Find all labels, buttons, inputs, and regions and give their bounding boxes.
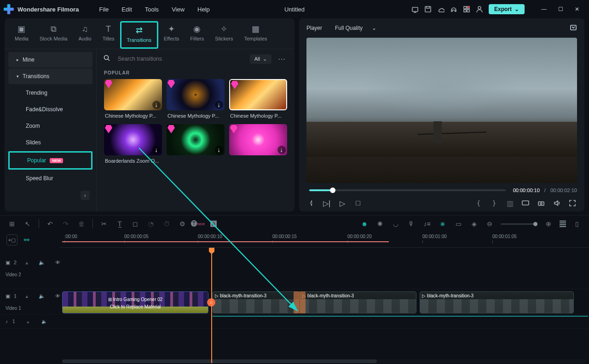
lock-icon[interactable]: ⟁ — [25, 293, 29, 299]
lock-icon[interactable]: ⟁ — [25, 260, 29, 266]
layout-icon[interactable]: ⊞ — [7, 219, 17, 228]
headphones-icon[interactable] — [450, 6, 457, 13]
timeline-ruler[interactable]: :00:00 00:00:00:05 00:00:00:10 00:00:00:… — [60, 232, 589, 248]
sidebar-item-slides[interactable]: Slides — [8, 135, 92, 150]
text-tool-icon[interactable]: T̲ — [115, 219, 124, 228]
more-button[interactable]: ⋯ — [276, 55, 288, 63]
tab-audio[interactable]: ♫Audio — [73, 21, 97, 49]
mute-icon[interactable]: 🔈 — [39, 293, 45, 299]
display-icon[interactable] — [521, 199, 530, 208]
apps-icon[interactable] — [463, 6, 470, 13]
sidebar-item-fade[interactable]: Fade&Dissolve — [8, 102, 92, 117]
mark-out-button[interactable]: } — [490, 199, 499, 208]
menu-edit[interactable]: Edit — [115, 6, 138, 13]
lock-icon[interactable]: ⟁ — [27, 319, 29, 324]
transition-card[interactable]: ⭳ — [229, 124, 287, 165]
speed-tool-icon[interactable]: ⏱ — [162, 219, 171, 228]
effects-tool-icon[interactable]: ✺ — [375, 219, 385, 228]
download-icon[interactable]: ⭳ — [215, 146, 223, 154]
sidebar-mine[interactable]: Mine — [8, 52, 92, 68]
camera-icon[interactable] — [537, 199, 546, 208]
stop-button[interactable]: □ — [353, 199, 363, 208]
play-button[interactable]: ▷ — [338, 199, 347, 208]
tab-media[interactable]: ▣Media — [9, 21, 34, 49]
zoom-out-button[interactable]: ⊖ — [485, 219, 494, 228]
track-label-video1[interactable]: ▣1 ⟁ 🔈 👁 Video 1 — [0, 289, 60, 315]
track-label-audio1[interactable]: ♪1 ⟁ 🔈 — [0, 315, 60, 329]
tab-templates[interactable]: ▦Templates — [238, 21, 272, 49]
compare-icon[interactable]: ▥ — [505, 199, 514, 208]
quality-dropdown[interactable]: Full Quality⌄ — [330, 23, 381, 33]
transition-region[interactable] — [294, 291, 306, 313]
undo-button[interactable]: ↶ — [46, 219, 55, 228]
transition-card[interactable]: ⭳Chinese Mythology P... — [104, 79, 162, 119]
save-icon[interactable] — [424, 6, 432, 13]
transition-card[interactable]: Chinese Mythology P... — [229, 79, 287, 119]
sidebar-transitions[interactable]: Transitions — [8, 68, 92, 84]
collapse-sidebar-button[interactable]: ‹ — [81, 191, 90, 200]
snapshot-icon[interactable] — [570, 24, 577, 33]
track-height-icon[interactable] — [560, 221, 566, 227]
tab-filters[interactable]: ◉Filters — [185, 21, 209, 49]
device-icon[interactable] — [411, 6, 419, 13]
cloud-icon[interactable] — [437, 6, 445, 13]
tab-titles[interactable]: TTitles — [97, 21, 120, 49]
magnet-icon[interactable]: ⋇ — [438, 219, 447, 228]
link-icon[interactable]: ⚯ — [24, 236, 29, 244]
clip-3[interactable]: ▷ black-myth-transition-3 — [300, 291, 416, 313]
download-icon[interactable]: ⭳ — [152, 101, 161, 109]
transition-card[interactable]: ⭳Chinese Mythology P... — [167, 79, 225, 119]
scrub-bar[interactable] — [309, 189, 506, 191]
search-input[interactable] — [115, 53, 245, 65]
transition-card[interactable]: ⭳ — [167, 124, 225, 165]
tab-stickers[interactable]: ✧Stickers — [209, 21, 238, 49]
adjust-tool-icon[interactable]: ⚙ — [178, 219, 187, 228]
volume-icon[interactable] — [552, 199, 561, 208]
menu-tools[interactable]: Tools — [139, 6, 165, 13]
download-icon[interactable]: ⭳ — [215, 101, 223, 109]
add-track-button[interactable]: +▢ — [6, 234, 17, 245]
download-icon[interactable]: ⭳ — [277, 146, 286, 154]
player-viewport[interactable] — [306, 38, 577, 183]
zoom-in-button[interactable]: ⊕ — [544, 219, 553, 228]
maximize-button[interactable]: ☐ — [552, 0, 569, 18]
select-tool-icon[interactable]: ↖ — [23, 219, 32, 228]
clip-intro[interactable]: ⊞ Intro Gaming Opener 02Click to Replace… — [62, 291, 208, 313]
sidebar-item-speedblur[interactable]: Speed Blur — [8, 171, 92, 186]
filter-dropdown[interactable]: All⌄ — [250, 54, 271, 64]
mark-in-button[interactable]: { — [474, 199, 483, 208]
sidebar-item-popular[interactable]: PopularNEW — [8, 151, 92, 170]
close-button[interactable]: ✕ — [569, 0, 585, 18]
transition-card[interactable]: ⭳Boarderlands Zoom O... — [104, 124, 162, 165]
redo-button[interactable]: ↷ — [61, 219, 70, 228]
sidebar-item-trending[interactable]: Trending — [8, 85, 92, 101]
tab-transitions[interactable]: ⇄Transitions — [120, 21, 158, 49]
mute-icon[interactable]: 🔈 — [39, 260, 45, 266]
menu-view[interactable]: View — [165, 6, 191, 13]
menu-help[interactable]: Help — [191, 6, 216, 13]
menu-file[interactable]: File — [92, 6, 115, 13]
zoom-slider[interactable] — [501, 223, 537, 225]
render-icon[interactable]: ▭ — [454, 219, 463, 228]
prev-frame-button[interactable]: ⦉ — [306, 199, 316, 208]
account-icon[interactable] — [476, 6, 483, 13]
clip-4[interactable]: ▷ black-myth-transition-3 — [420, 291, 574, 313]
color-tool-icon[interactable]: 🅣NEW — [193, 219, 202, 228]
tab-effects[interactable]: ✦Effects — [158, 21, 185, 49]
voiceover-icon[interactable]: 🎙 — [407, 219, 416, 228]
track-label-video2[interactable]: ▣2 ⟁ 🔈 👁 Video 2 — [0, 248, 60, 289]
crop-tool-icon[interactable]: ◻ — [131, 219, 140, 228]
playhead[interactable] — [211, 248, 212, 363]
fullscreen-icon[interactable] — [568, 199, 577, 208]
mixer-icon[interactable]: ♪≡ — [422, 219, 432, 228]
keyframe-icon[interactable]: ◈ — [469, 219, 479, 228]
marker-icon[interactable]: ◡ — [391, 219, 400, 228]
tab-stock-media[interactable]: ⧉Stock Media — [34, 21, 73, 49]
download-icon[interactable]: ⭳ — [152, 146, 161, 154]
sidebar-item-zoom[interactable]: Zoom — [8, 118, 92, 134]
timeline-scrollbar[interactable] — [62, 359, 587, 363]
cut-tool-icon[interactable]: ✂ — [99, 219, 109, 228]
translate-tool-icon[interactable]: 🅰 — [209, 219, 218, 228]
mute-icon[interactable]: 🔈 — [41, 319, 47, 324]
export-button[interactable]: Export⌄ — [489, 4, 525, 14]
